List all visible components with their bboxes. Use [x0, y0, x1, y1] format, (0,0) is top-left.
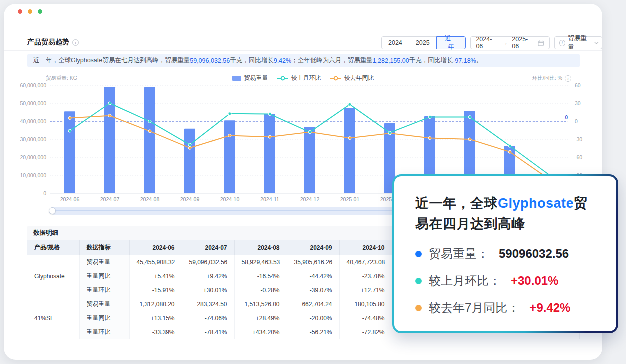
value-cell: -74.48%	[340, 312, 392, 326]
value-cell: +28.49%	[234, 312, 287, 326]
summary-highlight-value: 9.42%	[274, 58, 292, 64]
line-point[interactable]	[148, 120, 152, 123]
bar-2024-08[interactable]	[144, 88, 156, 194]
summary-text: 千克，同比增长	[410, 56, 454, 65]
line-point[interactable]	[308, 131, 312, 134]
line-point[interactable]	[68, 117, 72, 120]
line-point[interactable]	[108, 102, 112, 105]
column-header[interactable]: 2024-07	[182, 240, 234, 256]
line-point[interactable]	[348, 103, 352, 106]
left-axis-tick-label: 10,000,000	[20, 172, 46, 178]
line-point[interactable]	[108, 114, 112, 118]
bar-2024-06[interactable]	[64, 112, 76, 194]
value-cell: -20.00%	[287, 312, 340, 326]
line-point[interactable]	[388, 132, 392, 134]
card-title-brand: Glyphosate	[498, 196, 574, 211]
bullet-dot-icon	[416, 305, 422, 312]
metric-cell: 重量环比	[80, 284, 130, 298]
value-cell: 283,324.50	[182, 298, 234, 312]
value-cell: -44.42%	[287, 270, 340, 284]
arrow-right-icon: →	[502, 40, 508, 46]
column-header[interactable]: 产品/规格	[28, 240, 80, 256]
value-cell: 59,096,032.56	[182, 256, 234, 270]
date-range-start: 2024-06	[476, 36, 498, 50]
metric-cell: 重量同比	[80, 312, 130, 326]
metric-cell: 贸易重量	[80, 298, 130, 312]
summary-text: ；全年低峰为六月，贸易重量	[292, 56, 373, 65]
left-axis-tick-label: 0	[44, 190, 46, 196]
date-range-picker[interactable]: 2024-06 → 2025-06	[470, 36, 550, 50]
value-cell: -39.07%	[287, 284, 340, 298]
line-point[interactable]	[428, 137, 432, 140]
line-point[interactable]	[268, 136, 272, 138]
line-point[interactable]	[348, 137, 352, 140]
line-point[interactable]	[188, 146, 192, 150]
left-axis-tick-label: 20,000,000	[20, 154, 46, 160]
line-point[interactable]	[228, 112, 232, 116]
year-2024-button[interactable]: 2024	[382, 36, 410, 50]
value-cell: -15.91%	[130, 284, 182, 298]
product-cell: 41%SL	[28, 298, 80, 340]
bar-2024-11[interactable]	[264, 114, 276, 194]
card-metric-value: 59096032.56	[499, 247, 569, 261]
metric-select-dropdown[interactable]: i 贸易重量	[554, 36, 602, 50]
line-point[interactable]	[468, 116, 472, 119]
title-info-icon[interactable]: i	[72, 40, 79, 46]
value-cell: -33.39%	[130, 326, 182, 340]
line-point[interactable]	[228, 134, 232, 138]
window-controls	[18, 10, 42, 14]
bar-2025-01[interactable]	[344, 108, 356, 194]
x-axis-label: 2024-11	[260, 196, 280, 202]
line-point[interactable]	[468, 138, 472, 141]
value-cell: -56.21%	[287, 326, 340, 340]
bar-2024-12[interactable]	[304, 127, 316, 194]
recent-year-button[interactable]: 近一年	[436, 36, 466, 50]
card-metric-value: +9.42%	[530, 301, 570, 315]
year-2025-button[interactable]: 2025	[409, 36, 437, 50]
summary-highlight-value: -97.18%	[453, 58, 476, 64]
bar-2024-09[interactable]	[184, 129, 196, 194]
left-axis-tick-label: 60,000,000	[20, 82, 46, 88]
summary-text: 。	[476, 56, 483, 65]
metric-cell: 重量同比	[80, 270, 130, 284]
date-range-end: 2025-06	[512, 36, 534, 50]
bar-2024-10[interactable]	[224, 120, 236, 194]
card-metric-row: 较去年7月同比：+9.42%	[416, 300, 596, 316]
line-point[interactable]	[68, 130, 72, 132]
value-cell: 58,929,463.53	[234, 256, 287, 270]
card-metric-row: 较上月环比：+30.01%	[416, 273, 596, 289]
card-metric-label: 较去年7月同比：	[429, 300, 520, 316]
header-divider	[4, 50, 602, 51]
value-cell: 35,905,616.26	[287, 256, 340, 270]
column-header[interactable]: 2024-08	[234, 240, 287, 256]
column-header[interactable]: 2024-06	[130, 240, 182, 256]
minimize-window-icon[interactable]	[28, 10, 32, 14]
value-cell: +13.15%	[130, 312, 182, 326]
summary-banner: 近一年，全球Glyphosate贸易在七月达到高峰，贸易重量59,096,032…	[28, 54, 580, 68]
line-point[interactable]	[508, 150, 512, 154]
x-axis-label: 2024-12	[300, 196, 320, 202]
metric-cell: 贸易重量	[80, 256, 130, 270]
right-axis-tick-label: 0	[575, 118, 578, 124]
card-metric-label: 贸易重量：	[429, 246, 489, 262]
line-point[interactable]	[148, 130, 152, 133]
summary-highlight-value: 1,282,155.00	[373, 58, 410, 64]
column-header[interactable]: 2024-10	[340, 240, 392, 256]
scrollbar-left-handle[interactable]	[49, 208, 56, 214]
right-axis-tick-label: -60	[575, 154, 582, 160]
summary-highlight-value: 59,096,032.56	[190, 58, 230, 64]
line-point[interactable]	[428, 116, 432, 119]
maximize-window-icon[interactable]	[38, 10, 42, 14]
line-point[interactable]	[268, 113, 272, 116]
close-window-icon[interactable]	[18, 10, 22, 14]
metric-cell: 重量环比	[80, 326, 130, 340]
value-cell: +434.20%	[234, 326, 287, 340]
line-point[interactable]	[188, 144, 192, 146]
column-header[interactable]: 数据指标	[80, 240, 130, 256]
left-axis-tick-label: 30,000,000	[20, 136, 46, 142]
x-axis-label: 2024-07	[100, 196, 120, 202]
value-cell: +30.01%	[182, 284, 234, 298]
insight-card-rows: 贸易重量：59096032.56较上月环比：+30.01%较去年7月同比：+9.…	[416, 246, 596, 316]
line-point[interactable]	[508, 144, 512, 148]
column-header[interactable]: 2024-09	[287, 240, 340, 256]
